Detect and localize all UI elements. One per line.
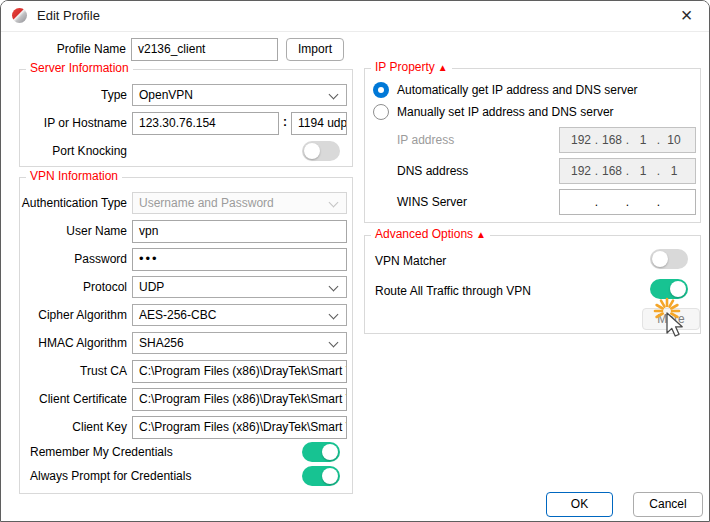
ok-button[interactable]: OK — [546, 492, 613, 517]
ip-hostname-input[interactable]: 123.30.76.154 — [132, 112, 279, 135]
authentication-type-dropdown[interactable]: Username and Password — [132, 192, 347, 214]
protocol-value: UDP — [139, 280, 164, 294]
vpn-matcher-label: VPN Matcher — [375, 251, 446, 271]
password-label: Password — [20, 248, 127, 271]
user-name-label: User Name — [20, 220, 127, 243]
route-all-traffic-label: Route All Traffic through VPN — [375, 281, 531, 301]
toggle-knob — [322, 444, 338, 460]
authentication-type-label: Authentication Type — [20, 192, 127, 215]
client-key-input[interactable]: C:\Program Files (x86)\DrayTek\Smart VP — [132, 416, 347, 439]
chevron-down-icon — [329, 90, 339, 100]
wins-server-label: WINS Server — [397, 192, 467, 212]
port-knocking-toggle[interactable] — [302, 141, 340, 161]
hmac-algorithm-dropdown[interactable]: SHA256 — [132, 332, 347, 354]
ip-hostname-label: IP or Hostname — [20, 112, 127, 135]
app-logo-icon — [12, 8, 27, 23]
port-input[interactable]: 1194 udp — [291, 112, 347, 135]
dns-address-label: DNS address — [397, 161, 468, 181]
cipher-algorithm-dropdown[interactable]: AES-256-CBC — [132, 304, 347, 326]
radio-manual-ip[interactable] — [373, 104, 389, 120]
chevron-down-icon — [329, 338, 339, 348]
type-dropdown[interactable]: OpenVPN — [132, 84, 347, 106]
port-knocking-label: Port Knocking — [20, 140, 127, 163]
route-all-traffic-toggle[interactable] — [650, 279, 688, 299]
toggle-knob — [304, 143, 320, 159]
trust-ca-input[interactable]: C:\Program Files (x86)\DrayTek\Smart VP — [132, 360, 347, 383]
type-label: Type — [20, 84, 127, 107]
client-key-label: Client Key — [20, 416, 127, 439]
edit-profile-dialog: Edit Profile × Profile Name v2136_client… — [0, 0, 710, 522]
client-certificate-input[interactable]: C:\Program Files (x86)\DrayTek\Smart VP — [132, 388, 347, 411]
cipher-algorithm-value: AES-256-CBC — [139, 308, 216, 322]
type-value: OpenVPN — [139, 88, 193, 102]
wins-server-field[interactable]: ... — [559, 189, 696, 215]
collapse-triangle-icon[interactable]: ▲ — [438, 62, 448, 73]
radio-auto-ip[interactable] — [373, 82, 389, 98]
vpn-information-group: VPN Information Authentication Type User… — [19, 177, 353, 494]
chevron-down-icon — [329, 310, 339, 320]
import-button[interactable]: Import — [286, 38, 344, 61]
toggle-knob — [652, 251, 668, 267]
more-button[interactable]: More — [642, 308, 700, 330]
password-input[interactable]: ••• — [132, 248, 347, 271]
dialog-title: Edit Profile — [37, 1, 100, 31]
radio-manual-ip-label: Manually set IP address and DNS server — [397, 103, 614, 121]
protocol-dropdown[interactable]: UDP — [132, 276, 347, 298]
vpn-information-title: VPN Information — [26, 170, 122, 183]
cancel-button[interactable]: Cancel — [633, 492, 703, 517]
server-information-title: Server Information — [26, 62, 133, 75]
hmac-algorithm-value: SHA256 — [139, 336, 184, 350]
remember-credentials-toggle[interactable] — [302, 442, 340, 462]
profile-name-label: Profile Name — [19, 38, 126, 61]
remember-credentials-label: Remember My Credentials — [30, 442, 173, 462]
radio-auto-ip-label: Automatically get IP address and DNS ser… — [397, 81, 638, 99]
toggle-knob — [670, 281, 686, 297]
profile-name-input[interactable]: v2136_client — [131, 38, 278, 61]
user-name-input[interactable]: vpn — [132, 220, 347, 243]
dns-address-field: 192.168.1.1 — [559, 158, 696, 184]
vpn-matcher-toggle[interactable] — [650, 249, 688, 269]
chevron-down-icon — [329, 198, 339, 208]
ip-address-label: IP address — [397, 130, 454, 150]
advanced-options-title: Advanced Options▲ — [371, 228, 490, 241]
trust-ca-label: Trust CA — [20, 360, 127, 383]
collapse-triangle-icon[interactable]: ▲ — [476, 229, 486, 240]
protocol-label: Protocol — [20, 276, 127, 299]
ip-property-title: IP Property▲ — [371, 61, 452, 74]
client-certificate-label: Client Certificate — [20, 388, 127, 411]
always-prompt-toggle[interactable] — [302, 466, 340, 486]
hmac-algorithm-label: HMAC Algorithm — [20, 332, 127, 355]
toggle-knob — [322, 468, 338, 484]
cipher-algorithm-label: Cipher Algorithm — [20, 304, 127, 327]
ip-address-field: 192.168.1.10 — [559, 127, 696, 153]
advanced-options-group: Advanced Options▲ VPN Matcher Route All … — [364, 235, 701, 334]
authentication-type-value: Username and Password — [139, 196, 274, 210]
ip-property-group: IP Property▲ Automatically get IP addres… — [364, 68, 701, 223]
chevron-down-icon — [329, 282, 339, 292]
port-separator: : — [283, 115, 287, 129]
close-icon[interactable]: × — [664, 1, 709, 31]
title-bar: Edit Profile × — [1, 1, 709, 32]
always-prompt-label: Always Prompt for Credentials — [30, 466, 191, 486]
server-information-group: Server Information Type OpenVPN IP or Ho… — [19, 69, 353, 167]
